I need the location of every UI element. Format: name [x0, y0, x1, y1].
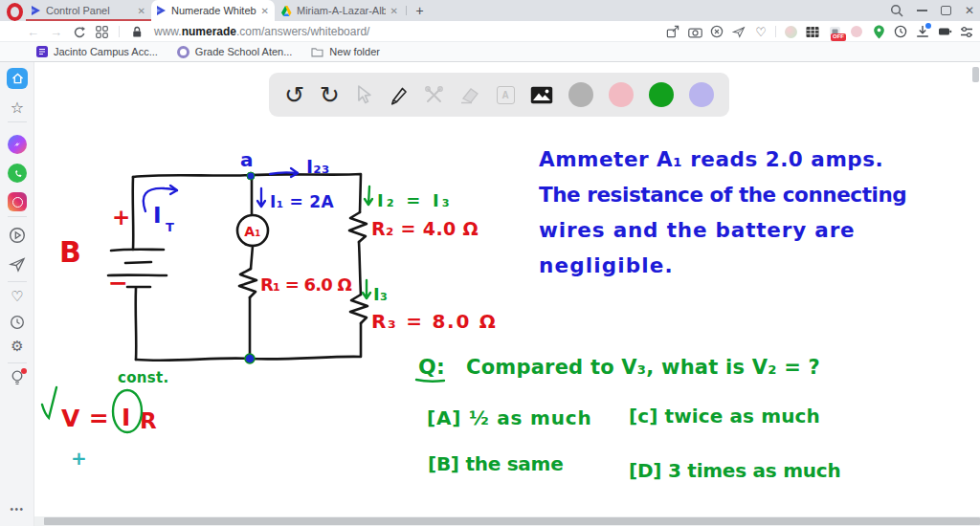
- minimize-button[interactable]: [917, 10, 927, 11]
- map-pin-icon[interactable]: [871, 24, 886, 39]
- extension-clock-icon[interactable]: [893, 24, 908, 39]
- redo-icon: ↻: [320, 83, 340, 107]
- bookmark-jacinto[interactable]: Jacinto Campus Acc...: [36, 46, 158, 57]
- extension-blob-icon[interactable]: [783, 24, 798, 39]
- back-icon[interactable]: ←: [27, 26, 39, 38]
- sidebar-home-button[interactable]: [0, 68, 34, 89]
- reload-icon[interactable]: [73, 26, 85, 38]
- sidebar-settings-button[interactable]: ⚙: [0, 340, 34, 354]
- const-label: const.: [118, 369, 168, 386]
- undo-button[interactable]: ↺: [284, 79, 304, 110]
- ellipsis-icon: •••: [10, 504, 24, 515]
- opera-logo-icon[interactable]: [7, 3, 23, 21]
- sidebar-messenger-button[interactable]: [0, 135, 34, 154]
- forward-icon[interactable]: →: [50, 26, 62, 38]
- new-tab-button[interactable]: +: [412, 2, 428, 18]
- snapshot-camera-icon[interactable]: [687, 24, 702, 39]
- node-bottom-dot: [245, 354, 255, 363]
- bookmark-heart-icon[interactable]: ♡: [753, 24, 768, 39]
- sidebar-bookmarks-button[interactable]: ☆: [0, 100, 34, 116]
- search-icon[interactable]: [890, 4, 903, 17]
- history-clock-icon: [10, 315, 25, 330]
- home-icon: [11, 73, 24, 84]
- adblock-off-icon[interactable]: OFF: [827, 24, 842, 39]
- tab-label: Numerade Whiteboard: [171, 5, 256, 16]
- color-green-button[interactable]: [649, 82, 674, 107]
- tab-close-icon[interactable]: ✕: [390, 6, 398, 16]
- url-field[interactable]: www.numerade.com/answers/whiteboard/: [154, 25, 369, 38]
- divider: [8, 362, 27, 363]
- tab-drive-document[interactable]: Miriam-A-Lazar-Albert-Ta ✕: [276, 0, 404, 21]
- tab-label: Control Panel: [46, 5, 133, 16]
- sidebar-instagram-button[interactable]: [0, 192, 34, 211]
- tab-close-icon[interactable]: ✕: [138, 6, 145, 16]
- divider: [119, 26, 120, 37]
- numerade-logo-icon: [157, 6, 167, 15]
- eraser-icon: [459, 86, 480, 104]
- image-icon: [530, 86, 553, 104]
- sidebar-player-button[interactable]: [0, 227, 34, 244]
- sidebar-tips-button[interactable]: [0, 370, 34, 386]
- sidebar-history-button[interactable]: [0, 315, 34, 330]
- sidebar-favorites-button[interactable]: ♡: [0, 290, 34, 304]
- sidebar-whatsapp-button[interactable]: [0, 164, 34, 183]
- note-line-3: wires and the battery are: [539, 218, 855, 242]
- sidebar-flow-button[interactable]: [0, 255, 34, 273]
- extension-pink-icon[interactable]: [849, 24, 864, 39]
- pen-tool-button[interactable]: [389, 79, 409, 110]
- tab-numerade-whiteboard[interactable]: Numerade Whiteboard ✕: [151, 0, 275, 21]
- node-a-label: a: [240, 148, 254, 171]
- tune-sliders-icon[interactable]: [959, 24, 974, 39]
- horizontal-scrollbar[interactable]: [34, 516, 980, 526]
- share-icon[interactable]: [665, 24, 680, 39]
- maximize-button[interactable]: [941, 6, 951, 15]
- image-tool-button[interactable]: [530, 79, 553, 110]
- numerade-logo-icon: [32, 6, 41, 15]
- color-gray-button[interactable]: [568, 82, 593, 107]
- tab-control-panel[interactable]: Control Panel ✕: [26, 0, 151, 21]
- it-label: I: [153, 203, 162, 228]
- speed-dial-icon[interactable]: [96, 26, 108, 38]
- pen-icon: [389, 85, 409, 105]
- battery-plate-short: [125, 262, 151, 263]
- eraser-tool-button[interactable]: [459, 79, 480, 110]
- battery-icon[interactable]: [937, 24, 952, 39]
- close-button[interactable]: ✕: [965, 5, 974, 16]
- select-tool-button[interactable]: [355, 79, 374, 110]
- whiteboard-canvas[interactable]: a I T I₂₃ I₁ = 2A Ammeter A₁ reads 2.0 a…: [34, 62, 980, 526]
- bookmark-grade-school[interactable]: Grade School Aten...: [177, 46, 293, 58]
- bookmark-label: Jacinto Campus Acc...: [54, 46, 158, 57]
- tab-separator: [406, 6, 407, 15]
- redo-button[interactable]: ↻: [320, 79, 340, 110]
- divider: [8, 216, 27, 217]
- sidebar-more-button[interactable]: •••: [0, 504, 34, 515]
- battery-minus: −: [108, 269, 128, 296]
- battery-plate-long: [111, 250, 164, 251]
- window-controls: ✕: [890, 0, 974, 21]
- i3-label: I₃: [373, 284, 388, 304]
- flow-paper-plane-icon[interactable]: [731, 24, 746, 39]
- text-tool-icon: A: [497, 86, 515, 104]
- resistor-r3: [350, 295, 368, 323]
- off-badge: OFF: [831, 33, 846, 41]
- shapes-tool-button[interactable]: [424, 79, 444, 110]
- color-pink-button[interactable]: [609, 82, 634, 107]
- url-www: www.: [154, 25, 182, 38]
- teal-plus-mark: +: [71, 447, 87, 470]
- lock-icon[interactable]: [130, 25, 144, 38]
- download-icon[interactable]: [915, 24, 930, 39]
- check-mark: [42, 387, 56, 418]
- bookmark-new-folder[interactable]: New folder: [311, 46, 380, 57]
- vertical-scroll-thumb[interactable]: [972, 67, 979, 82]
- extension-grid-icon[interactable]: [805, 24, 820, 39]
- horizontal-scroll-thumb[interactable]: [44, 517, 980, 525]
- tab-close-icon[interactable]: ✕: [261, 6, 269, 16]
- text-tool-button[interactable]: A: [496, 79, 515, 110]
- extension-circle-icon[interactable]: [709, 24, 724, 39]
- whiteboard-toolbar: ↺ ↻: [269, 73, 729, 117]
- i1-label: I₁ = 2A: [270, 192, 334, 211]
- i3-current-arrow: [363, 280, 370, 298]
- color-purple-button[interactable]: [689, 82, 714, 107]
- vertical-scrollbar[interactable]: [971, 62, 980, 120]
- star-icon: ☆: [11, 100, 24, 116]
